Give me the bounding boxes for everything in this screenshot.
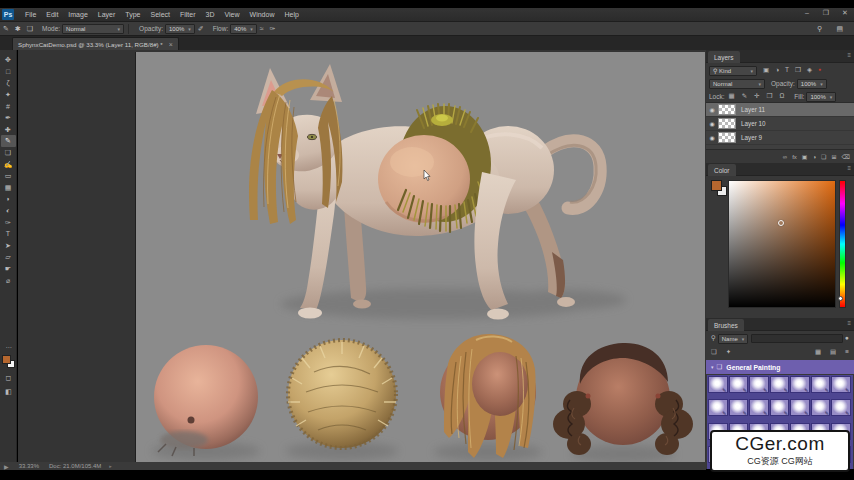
lock-position-icon[interactable]: ✛ xyxy=(754,93,759,100)
panel-menu-icon[interactable]: ≡ xyxy=(847,52,851,58)
color-picker-marker[interactable] xyxy=(778,220,784,226)
zoom-tool[interactable]: ⌀ xyxy=(1,274,16,286)
brush-folder-general-painting[interactable]: ▾ ❏ General Painting xyxy=(706,360,854,374)
airbrush-icon[interactable]: ≈ xyxy=(260,25,264,32)
pressure-size-icon[interactable]: ✑ xyxy=(270,25,276,33)
hue-slider-marker[interactable] xyxy=(838,296,843,301)
delete-layer-icon[interactable]: ⌫ xyxy=(842,154,850,160)
brush-preset-tile[interactable] xyxy=(729,376,749,393)
lasso-tool[interactable]: ζ xyxy=(1,77,16,89)
menu-image[interactable]: Image xyxy=(63,8,92,21)
saturation-brightness-picker[interactable] xyxy=(728,180,836,308)
search-icon[interactable]: ⚲ xyxy=(817,25,822,33)
brush-preset-tile[interactable] xyxy=(790,399,810,416)
quick-selection-tool[interactable]: ✦ xyxy=(1,89,16,101)
menu-help[interactable]: Help xyxy=(279,8,303,21)
new-layer-icon[interactable]: ⊞ xyxy=(831,154,836,160)
toolbar-ellipsis-icon[interactable]: ⋯ xyxy=(0,343,17,350)
add-mask-icon[interactable]: ▣ xyxy=(802,154,808,160)
brush-preset-tile[interactable] xyxy=(770,399,790,416)
clone-stamp-tool[interactable]: ❏ xyxy=(1,147,16,159)
lock-transparent-icon[interactable]: ▦ xyxy=(729,93,735,100)
fill-dropdown[interactable]: 100% ▾ xyxy=(806,92,836,102)
layer-thumbnail[interactable] xyxy=(718,132,736,143)
menu-file[interactable]: File xyxy=(20,8,41,21)
blur-tool[interactable]: ◗ xyxy=(1,193,16,205)
brush-preset-tile[interactable] xyxy=(790,376,810,393)
brush-preset-tile[interactable] xyxy=(749,399,769,416)
menu-view[interactable]: View xyxy=(220,8,245,21)
adjustment-layer-icon[interactable]: ◑ xyxy=(812,154,816,160)
tab-brushes[interactable]: Brushes xyxy=(708,319,744,331)
lock-pixels-icon[interactable]: ✎ xyxy=(742,93,747,100)
brush-preset-picker-icon[interactable]: ✱ xyxy=(15,25,21,33)
panel-menu-icon[interactable]: ≡ xyxy=(845,349,849,356)
layer-style-icon[interactable]: fx xyxy=(792,154,797,160)
document-tab[interactable]: SphynxCatDemo.psd @ 33.3% (Layer 11, RGB… xyxy=(12,37,179,50)
visibility-eye-icon[interactable]: ◉ xyxy=(706,134,718,141)
new-brush-icon[interactable]: ✦ xyxy=(726,349,731,356)
tab-close-icon[interactable]: × xyxy=(169,41,173,48)
history-brush-tool[interactable]: ✍ xyxy=(1,158,16,170)
type-tool[interactable]: T xyxy=(1,228,16,240)
pressure-opacity-icon[interactable]: ✐ xyxy=(198,25,204,33)
dodge-tool[interactable]: ◐ xyxy=(1,205,16,217)
canvas-artwork[interactable] xyxy=(135,52,705,462)
list-view-icon[interactable]: ▤ xyxy=(830,349,836,356)
menu-edit[interactable]: Edit xyxy=(41,8,63,21)
filter-pixel-icon[interactable]: ▣ xyxy=(763,67,769,74)
pen-tool[interactable]: ✑ xyxy=(1,216,16,228)
filter-smart-object-icon[interactable]: ◈ xyxy=(807,67,812,74)
brush-preset-tile[interactable] xyxy=(749,376,769,393)
brush-search-option-icon[interactable]: ● xyxy=(845,335,849,342)
foreground-color-swatch[interactable] xyxy=(2,355,11,364)
visibility-eye-icon[interactable]: ◉ xyxy=(706,106,718,113)
toolbar-color-swatches[interactable] xyxy=(2,355,15,368)
layer-thumbnail[interactable] xyxy=(718,104,736,115)
new-group-icon[interactable]: ❏ xyxy=(821,154,826,160)
brush-preset-tile[interactable] xyxy=(831,399,851,416)
menu-filter[interactable]: Filter xyxy=(175,8,201,21)
tab-layers[interactable]: Layers xyxy=(708,51,740,63)
menu-type[interactable]: Type xyxy=(120,8,145,21)
search-kind-dropdown[interactable]: Name ▾ xyxy=(718,334,749,344)
brush-preset-tile[interactable] xyxy=(811,399,831,416)
workspace-icon[interactable]: ▤ xyxy=(836,25,843,33)
brush-preset-tile[interactable] xyxy=(708,376,728,393)
visibility-eye-icon[interactable]: ◉ xyxy=(706,120,718,127)
brush-presets-icon[interactable]: ❏ xyxy=(711,349,717,356)
panel-menu-icon[interactable]: ≡ xyxy=(847,165,851,171)
color-panel-swatches[interactable] xyxy=(711,180,727,196)
brush-tool[interactable]: ✎ xyxy=(1,135,16,147)
layer-row[interactable]: ◉Layer 11 xyxy=(706,103,854,117)
brush-preset-tile[interactable] xyxy=(770,376,790,393)
close-button[interactable]: ✕ xyxy=(840,9,850,17)
eyedropper-tool[interactable]: ✒ xyxy=(1,112,16,124)
toggle-brush-panel-icon[interactable]: ❏ xyxy=(27,25,33,33)
brush-preset-tile[interactable] xyxy=(811,376,831,393)
layers-opacity-dropdown[interactable]: 100% ▾ xyxy=(797,79,827,89)
filter-adjustment-icon[interactable]: ◑ xyxy=(775,67,779,74)
brush-search-input[interactable] xyxy=(751,334,843,343)
status-caret-icon[interactable]: ▸ xyxy=(109,463,112,469)
quick-mask-icon[interactable]: ◻ xyxy=(1,372,16,384)
mode-dropdown[interactable]: Normal▾ xyxy=(62,24,124,34)
brush-preset-tile[interactable] xyxy=(708,399,728,416)
filter-type-icon[interactable]: T xyxy=(785,67,789,74)
brush-preset-tile[interactable] xyxy=(831,376,851,393)
lock-artboard-icon[interactable]: ❒ xyxy=(767,93,773,100)
opacity-dropdown[interactable]: 100%▾ xyxy=(165,24,195,34)
crop-tool[interactable]: # xyxy=(1,100,16,112)
restore-button[interactable]: ❐ xyxy=(821,9,831,17)
layer-thumbnail[interactable] xyxy=(718,118,736,129)
shape-tool[interactable]: ▱ xyxy=(1,251,16,263)
hue-slider[interactable] xyxy=(839,180,846,308)
menu-select[interactable]: Select xyxy=(146,8,175,21)
filter-toggle-icon[interactable]: ● xyxy=(818,67,821,74)
flow-dropdown[interactable]: 40%▾ xyxy=(230,24,257,34)
tab-color[interactable]: Color xyxy=(708,164,736,176)
hand-tool[interactable]: ☛ xyxy=(1,263,16,275)
layer-row[interactable]: ◉Layer 9 xyxy=(706,131,854,145)
path-selection-tool[interactable]: ➤ xyxy=(1,240,16,252)
blend-mode-dropdown[interactable]: Normal ▾ xyxy=(709,79,765,89)
